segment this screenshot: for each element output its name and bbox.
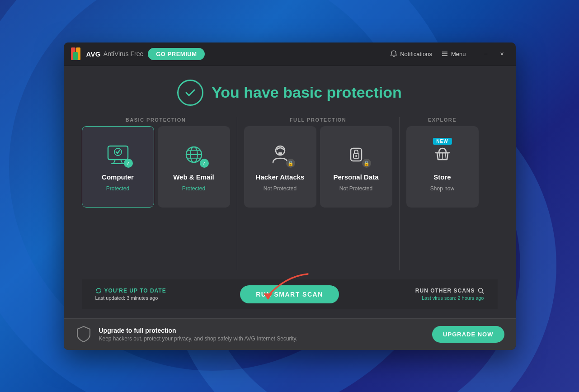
web-email-protected-badge: ✓ xyxy=(200,159,209,168)
minimize-button[interactable]: − xyxy=(480,47,492,60)
update-title-text: YOU'RE UP TO DATE xyxy=(104,288,166,294)
svg-line-18 xyxy=(439,153,440,160)
other-scans-subtitle: Last virus scan: 2 hours ago xyxy=(394,295,484,301)
bottom-bar: YOU'RE UP TO DATE Last updated: 3 minute… xyxy=(82,279,498,309)
avg-app-subtitle: AntiVirus Free xyxy=(104,50,143,57)
svg-point-17 xyxy=(355,155,357,157)
hacker-icon-area: 🔒 xyxy=(264,142,296,169)
personal-data-lock-badge: 🔒 xyxy=(362,159,371,168)
other-scans-title-text: RUN OTHER SCANS xyxy=(415,288,475,294)
hero-section: You have basic protection xyxy=(82,80,498,106)
hacker-attacks-card-status: Not Protected xyxy=(264,185,297,192)
hero-status-icon xyxy=(177,80,203,106)
computer-card[interactable]: ✓ Computer Protected xyxy=(82,126,154,208)
avg-logo: AVG AntiVirus Free xyxy=(71,47,144,60)
computer-card-status: Protected xyxy=(106,185,129,192)
title-bar: AVG AntiVirus Free GO PREMIUM Notificati… xyxy=(64,43,516,66)
store-card-name: Store xyxy=(433,173,451,181)
search-icon xyxy=(478,288,484,294)
divider-2 xyxy=(399,117,400,270)
other-scans: RUN OTHER SCANS Last virus scan: 2 hours… xyxy=(394,288,484,301)
web-email-card-status: Protected xyxy=(182,185,205,192)
menu-label: Menu xyxy=(451,51,466,57)
window-controls: − × xyxy=(480,47,508,60)
notifications-button[interactable]: Notifications xyxy=(390,50,432,57)
hero-highlight: basic protection xyxy=(283,84,402,101)
hero-title: You have basic protection xyxy=(212,84,402,101)
divider-1 xyxy=(237,117,237,270)
footer-text-area: Upgrade to full protection Keep hackers … xyxy=(99,327,426,342)
web-email-icon-area: ✓ xyxy=(178,142,210,169)
svg-rect-2 xyxy=(73,52,78,60)
footer-bar: Upgrade to full protection Keep hackers … xyxy=(64,318,516,350)
explore-cards: NEW xyxy=(406,126,479,208)
personal-data-icon-area: 🔒 xyxy=(340,142,372,169)
personal-data-card-status: Not Protected xyxy=(339,185,372,192)
basic-protection-group: BASIC PROTECTION ✓ xyxy=(82,117,230,270)
footer-title: Upgrade to full protection xyxy=(99,327,426,334)
update-status: YOU'RE UP TO DATE Last updated: 3 minute… xyxy=(95,288,186,301)
basic-protection-cards: ✓ Computer Protected xyxy=(82,126,230,208)
computer-protected-badge: ✓ xyxy=(124,159,133,168)
svg-line-20 xyxy=(445,153,446,160)
avg-brand-name: AVG xyxy=(86,50,101,58)
new-badge: NEW xyxy=(433,138,452,145)
update-subtitle: Last updated: 3 minutes ago xyxy=(95,295,186,301)
other-scans-sub-prefix: Last virus scan: xyxy=(422,295,457,301)
avg-logo-icon xyxy=(71,47,84,60)
hamburger-icon xyxy=(441,50,448,57)
web-email-card[interactable]: ✓ Web & Email Protected xyxy=(158,126,230,208)
title-bar-right: Notifications Menu − × xyxy=(390,47,508,60)
store-icon xyxy=(429,144,456,166)
app-window: AVG AntiVirus Free GO PREMIUM Notificati… xyxy=(64,43,516,350)
update-title: YOU'RE UP TO DATE xyxy=(95,288,186,294)
scan-button-area: RUN SMART SCAN xyxy=(195,285,385,303)
upgrade-now-button[interactable]: UPGRADE NOW xyxy=(432,326,504,343)
hero-prefix: You have xyxy=(212,84,283,101)
shield-icon xyxy=(76,326,91,343)
go-premium-button[interactable]: GO PREMIUM xyxy=(148,48,205,60)
web-email-card-name: Web & Email xyxy=(173,173,214,181)
store-icon-area: NEW xyxy=(427,142,458,169)
basic-protection-label: BASIC PROTECTION xyxy=(82,117,230,123)
close-button[interactable]: × xyxy=(496,47,508,60)
personal-data-card-name: Personal Data xyxy=(333,173,378,181)
computer-icon-area: ✓ xyxy=(102,142,134,169)
explore-label: EXPLORE xyxy=(406,117,479,123)
main-content: You have basic protection BASIC PROTECTI… xyxy=(64,66,516,318)
hacker-attacks-card-name: Hacker Attacks xyxy=(256,173,305,181)
personal-data-card[interactable]: 🔒 Personal Data Not Protected xyxy=(320,126,392,208)
svg-line-23 xyxy=(482,292,484,294)
full-protection-group: FULL PROTECTION 🔒 xyxy=(244,117,392,270)
other-scans-sub-value: 2 hours ago xyxy=(457,295,484,301)
title-bar-left: AVG AntiVirus Free GO PREMIUM xyxy=(71,47,391,60)
protection-sections: BASIC PROTECTION ✓ xyxy=(82,117,498,270)
store-card[interactable]: NEW xyxy=(406,126,479,208)
store-card-status: Shop now xyxy=(430,185,454,192)
run-smart-scan-button[interactable]: RUN SMART SCAN xyxy=(240,285,339,303)
computer-card-name: Computer xyxy=(102,173,134,181)
update-sub-value: 3 minutes ago xyxy=(127,295,158,301)
refresh-icon xyxy=(95,288,102,294)
hacker-attacks-card[interactable]: 🔒 Hacker Attacks Not Protected xyxy=(244,126,316,208)
footer-subtitle: Keep hackers out, protect your privacy, … xyxy=(99,335,426,342)
update-sub-prefix: Last updated: xyxy=(95,295,127,301)
svg-rect-14 xyxy=(278,152,282,155)
hacker-lock-badge: 🔒 xyxy=(286,159,295,168)
footer-shield-icon xyxy=(75,326,92,343)
notifications-label: Notifications xyxy=(400,51,432,57)
other-scans-title[interactable]: RUN OTHER SCANS xyxy=(394,288,484,294)
bell-icon xyxy=(390,50,397,57)
menu-button[interactable]: Menu xyxy=(441,50,466,57)
full-protection-cards: 🔒 Hacker Attacks Not Protected xyxy=(244,126,392,208)
checkmark-icon xyxy=(184,86,197,99)
full-protection-label: FULL PROTECTION xyxy=(244,117,392,123)
explore-group: EXPLORE NEW xyxy=(406,117,479,270)
